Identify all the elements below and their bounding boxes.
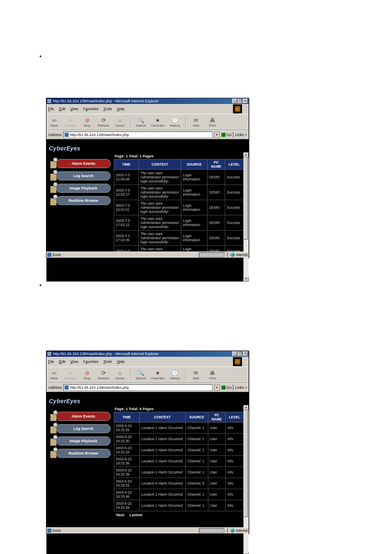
cell-time: 2003-5-2216:32:30 bbox=[114, 434, 140, 445]
col-level: LEVEL bbox=[226, 412, 244, 422]
menu-file[interactable]: File bbox=[48, 107, 54, 111]
pager-lastest[interactable]: Lastest bbox=[129, 513, 143, 517]
address-dropdown[interactable]: ▾ bbox=[214, 132, 220, 138]
menu-favorites[interactable]: Favorites bbox=[83, 360, 98, 364]
cell-pc-name: User bbox=[208, 489, 226, 500]
col-source: SOURCE bbox=[181, 159, 208, 170]
cell-level: Info bbox=[226, 478, 244, 489]
menu-view[interactable]: View bbox=[70, 360, 78, 364]
menu-tools[interactable]: Tools bbox=[103, 107, 112, 111]
sidebar-item-alarm-events[interactable]: Alarm Events bbox=[56, 159, 111, 168]
refresh-button[interactable]: ⟳Refresh bbox=[97, 117, 110, 127]
menu-help[interactable]: Help bbox=[117, 107, 125, 111]
pager-next[interactable]: Next bbox=[116, 513, 125, 517]
print-icon: 🖶 bbox=[209, 117, 216, 123]
scroll-up-button[interactable]: ▴ bbox=[244, 152, 249, 157]
table-row: 2003-7-317:02:12The user uses Administra… bbox=[114, 215, 244, 231]
camera-icon bbox=[50, 170, 59, 180]
address-input[interactable]: http://61.56.224.139/main/index.php bbox=[63, 132, 212, 138]
sidebar-item-image-playback[interactable]: Image Playback bbox=[56, 436, 111, 446]
minimize-button[interactable]: _ bbox=[232, 99, 237, 104]
close-button[interactable]: × bbox=[243, 99, 248, 104]
forward-button[interactable]: ⇨Forward bbox=[65, 369, 77, 380]
refresh-icon: ⟳ bbox=[100, 369, 107, 376]
cell-time: 2003-7-312:02:17 bbox=[114, 185, 139, 200]
close-button[interactable]: × bbox=[243, 351, 248, 356]
favorites-button[interactable]: ★Favorites bbox=[151, 369, 165, 380]
favorites-button[interactable]: ★Favorites bbox=[151, 117, 165, 127]
stop-icon: ⊘ bbox=[84, 117, 90, 123]
menu-edit[interactable]: Edit bbox=[59, 360, 66, 364]
home-icon: ⌂ bbox=[117, 369, 123, 376]
history-button[interactable]: 🕓History bbox=[169, 369, 181, 380]
toolbar-separator bbox=[185, 370, 186, 380]
progress-bar bbox=[199, 528, 224, 533]
go-button[interactable]: Go bbox=[221, 133, 231, 137]
scroll-up-button[interactable]: ▴ bbox=[244, 405, 249, 410]
scroll-thumb[interactable] bbox=[244, 410, 248, 517]
search-button[interactable]: 🔍Search bbox=[135, 369, 147, 380]
maximize-button[interactable]: ❐ bbox=[238, 99, 242, 104]
scroll-down-button[interactable]: ▾ bbox=[244, 277, 249, 282]
home-button[interactable]: ⌂Home bbox=[114, 369, 126, 380]
sidebar-item-realtime-browse[interactable]: Realtime Browse bbox=[56, 196, 111, 205]
links-label[interactable]: Links » bbox=[235, 133, 247, 137]
back-button[interactable]: ⇦Back bbox=[48, 369, 60, 380]
scroll-down-button[interactable]: ▾ bbox=[244, 552, 249, 554]
menu-tools[interactable]: Tools bbox=[103, 360, 112, 364]
cell-pc-name: User bbox=[208, 422, 226, 434]
print-button[interactable]: 🖶Print bbox=[206, 369, 219, 380]
menu-help[interactable]: Help bbox=[117, 360, 125, 364]
sidebar-item-log-search[interactable]: Log Search bbox=[56, 424, 111, 433]
mail-button[interactable]: ✉Mail bbox=[190, 117, 202, 127]
print-button[interactable]: 🖶Print bbox=[206, 117, 219, 127]
minimize-button[interactable]: _ bbox=[232, 351, 237, 356]
back-button[interactable]: ⇦Back bbox=[48, 117, 60, 127]
address-dropdown[interactable]: ▾ bbox=[214, 384, 220, 391]
home-button[interactable]: ⌂Home bbox=[114, 117, 126, 127]
search-button[interactable]: 🔍Search bbox=[135, 117, 147, 127]
scroll-thumb[interactable] bbox=[244, 157, 248, 240]
vertical-scrollbar[interactable]: ▴ ▾ bbox=[243, 152, 249, 282]
refresh-button[interactable]: ⟳Refresh bbox=[97, 369, 110, 380]
forward-button[interactable]: ⇨Forward bbox=[65, 117, 77, 127]
cell-time: 2003-7-311:56:58 bbox=[114, 170, 139, 185]
go-icon bbox=[221, 385, 226, 390]
sidebar-item-alarm-events[interactable]: Alarm Events bbox=[56, 412, 111, 421]
scroll-track[interactable] bbox=[244, 157, 249, 277]
ie-page-icon bbox=[47, 352, 51, 356]
sidebar-item-label: Alarm Events bbox=[71, 162, 95, 166]
address-input[interactable]: http://61.56.224.139/main/index.php bbox=[63, 384, 212, 391]
progress-bar bbox=[199, 252, 224, 257]
sidebar-item-label: Image Playback bbox=[69, 439, 97, 443]
toolbar-separator bbox=[185, 117, 186, 127]
ie-throbber-icon bbox=[233, 104, 242, 113]
cell-time: 2003-5-2216:32:36 bbox=[114, 456, 140, 467]
menu-view[interactable]: View bbox=[70, 107, 78, 111]
mail-icon: ✉ bbox=[193, 369, 199, 376]
cell-source: Channel: 1 bbox=[185, 422, 208, 434]
titlebar[interactable]: http://61.56.224.139/main/index.php - Mi… bbox=[46, 351, 249, 357]
go-button[interactable]: Go bbox=[221, 385, 231, 390]
sidebar-item-realtime-browse[interactable]: Realtime Browse bbox=[56, 449, 111, 458]
links-label[interactable]: Links » bbox=[235, 385, 247, 390]
camera-icon bbox=[50, 435, 59, 445]
maximize-button[interactable]: ❐ bbox=[238, 351, 242, 356]
sidebar-item-image-playback[interactable]: Image Playback bbox=[56, 184, 111, 193]
print-icon: 🖶 bbox=[209, 369, 216, 376]
table-row: 2003-5-2216:32:30Location 1 Alarm Occurr… bbox=[114, 434, 244, 445]
results-panel: Page: 1 Total: 1 Pages TIME CONTEXT SOUR… bbox=[113, 152, 249, 282]
stop-button[interactable]: ⊘Stop bbox=[81, 369, 93, 380]
address-label: Address bbox=[48, 133, 62, 137]
menu-file[interactable]: File bbox=[48, 360, 54, 364]
zone-text: Internet bbox=[236, 253, 248, 257]
sidebar-item-log-search[interactable]: Log Search bbox=[56, 171, 111, 180]
titlebar[interactable]: http://61.56.224.139/main/index.php - Mi… bbox=[46, 98, 249, 104]
sidebar-item-label: Log Search bbox=[73, 427, 93, 431]
menu-edit[interactable]: Edit bbox=[59, 107, 66, 111]
camera-icon bbox=[50, 423, 59, 433]
history-button[interactable]: 🕓History bbox=[169, 117, 181, 127]
mail-button[interactable]: ✉Mail bbox=[190, 369, 202, 380]
menu-favorites[interactable]: Favorites bbox=[83, 107, 98, 111]
stop-button[interactable]: ⊘Stop bbox=[81, 117, 93, 127]
